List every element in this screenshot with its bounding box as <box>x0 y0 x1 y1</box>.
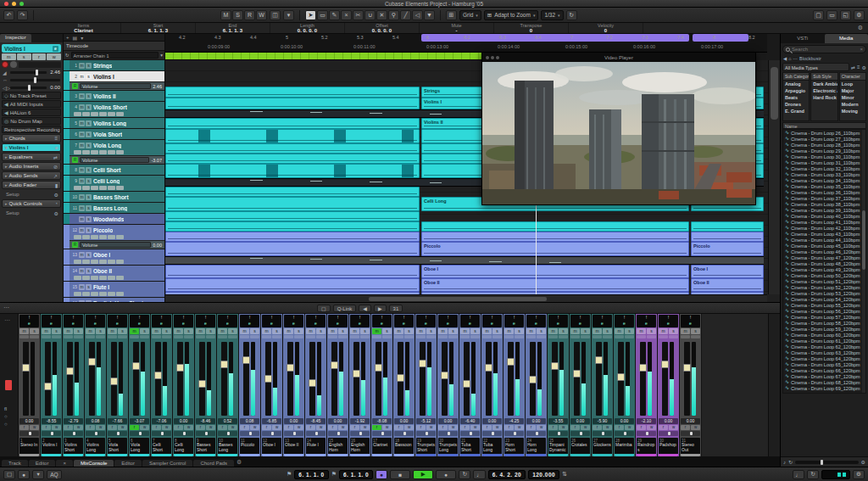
channel-mute-button[interactable]: m <box>637 328 646 334</box>
transport-setup-gear-icon[interactable]: ⚙ <box>853 470 865 479</box>
info-value[interactable]: 6. 1. 1. 3 <box>196 28 270 33</box>
track-filter-caret-icon[interactable]: ▾ <box>81 35 83 41</box>
channel-inserts-row[interactable] <box>570 335 590 338</box>
edit-channel-icon[interactable]: e <box>438 321 458 327</box>
fader-handle[interactable] <box>441 372 448 379</box>
section-tail-icon[interactable]: ⊘ <box>53 164 58 170</box>
edit-channel-icon[interactable]: e <box>174 321 193 327</box>
channel-mute-button[interactable]: m <box>86 328 95 334</box>
channel-alert[interactable]: !e <box>593 315 612 327</box>
pan-control[interactable] <box>350 431 370 436</box>
edit-channel-icon[interactable]: e <box>482 321 502 327</box>
channel-alert[interactable]: !e <box>548 315 568 327</box>
midi-part[interactable] <box>165 143 420 154</box>
sync-icon[interactable]: ↻ <box>807 470 819 479</box>
pan-control[interactable] <box>328 431 348 436</box>
pan-slider[interactable] <box>10 79 60 81</box>
pan-control[interactable] <box>504 431 524 436</box>
channel-solo-button[interactable]: s <box>30 328 39 334</box>
filter-item[interactable]: Loop <box>840 81 865 87</box>
fader-track[interactable] <box>309 342 315 416</box>
midi-part[interactable] <box>165 154 420 164</box>
channel-level-value[interactable]: 0.00 <box>394 418 414 424</box>
write-automation-button[interactable]: w <box>140 425 149 430</box>
mixer-channel[interactable]: !e m s 0.00 r w <box>327 314 349 457</box>
track-main[interactable]: 5 ms Violins Long <box>64 118 164 128</box>
channel-level-value[interactable]: 0.00 <box>570 418 590 424</box>
media-item[interactable]: ∿ Cinema - Drum Loop 34_110bpm <box>783 177 865 183</box>
song-position[interactable]: 6. 4. 2. 20 <box>488 470 526 479</box>
edit-channel-icon[interactable]: e <box>306 321 326 327</box>
mixer-channel[interactable]: !e m s -8.55 r w <box>41 314 63 457</box>
write-automation-button[interactable]: w <box>625 425 634 430</box>
video-player-window[interactable]: Video Player <box>481 52 756 205</box>
mixer-channel[interactable]: !e m s 0.08 r w <box>85 314 107 457</box>
channel-label[interactable]: 19 Trumpets Short <box>416 438 436 456</box>
routing-slot[interactable]: ◀ All MIDI Inputs <box>2 100 61 108</box>
edit-channel-icon[interactable]: e <box>416 321 436 327</box>
channel-level-value[interactable]: -2.79 <box>64 418 83 424</box>
channel-mute-button[interactable]: m <box>504 328 514 334</box>
mixer-channel[interactable]: !e m s 0.00 r w <box>658 314 680 457</box>
section-tail-icon[interactable]: e <box>55 145 58 150</box>
channel-inserts-row[interactable] <box>284 335 303 338</box>
channel-alert[interactable]: !e <box>196 315 215 327</box>
channel-label[interactable]: 20 Trumpets Long <box>438 438 458 456</box>
track-main[interactable]: 7 ms Viola Long <box>64 140 164 150</box>
edit-channel-icon[interactable]: e <box>659 321 678 327</box>
channel-solo-button[interactable]: s <box>52 328 61 334</box>
media-item[interactable]: ∿ Cinema - Drum Loop 68_120bpm <box>783 379 865 385</box>
channel-label[interactable]: 16 English Horn <box>350 438 370 456</box>
mixer-channel[interactable]: !e m s -6.85 r w <box>261 314 283 457</box>
fader-handle[interactable] <box>617 373 625 381</box>
track-mini-buttons[interactable] <box>64 260 164 264</box>
midi-part[interactable] <box>165 265 420 278</box>
timeline-ruler[interactable]: 4.24.34.455.25.35.466.26.36.477.27.37.48… <box>165 34 767 53</box>
channel-alert[interactable]: !e <box>504 315 524 327</box>
mixer-channel[interactable]: !e m s -8.45 r w <box>305 314 327 457</box>
channel-level-value[interactable]: 0.00 <box>328 418 348 424</box>
rack-handle-icon[interactable]: ⋯ <box>4 317 10 324</box>
filter-header[interactable]: Sub Style <box>811 73 837 81</box>
automation-lane[interactable]: R Volume 0.00 <box>64 240 164 249</box>
read-automation-button[interactable]: r <box>218 425 227 430</box>
track-main[interactable]: 6 ms Viola Short <box>64 129 164 139</box>
mixer-channel[interactable]: !e m s 0.00 r w <box>173 314 195 457</box>
solo-button[interactable]: s <box>86 104 92 110</box>
info-value[interactable]: Clarinet <box>47 28 120 33</box>
channel-label[interactable]: 5 Viola Short <box>108 438 127 456</box>
fader-track[interactable] <box>596 342 602 416</box>
channel-level-value[interactable]: -8.46 <box>196 418 215 424</box>
fader-handle[interactable] <box>353 370 360 378</box>
read-automation-button[interactable]: r <box>64 425 73 430</box>
channel-inserts-row[interactable] <box>240 335 259 338</box>
channel-label[interactable]: 9 Basses Short <box>196 438 215 456</box>
channel-alert[interactable]: !e <box>174 315 193 327</box>
write-automation-button[interactable]: w <box>448 425 458 430</box>
mute-button[interactable]: m <box>79 194 85 200</box>
filter-item[interactable]: Dark Ambient <box>811 81 837 87</box>
info-column[interactable]: Offset 0. 0. 0. 0 <box>345 23 420 33</box>
info-column[interactable]: Mute - <box>420 23 494 33</box>
media-item[interactable]: ∿ Cinema - Drum Loop 29_110bpm <box>783 148 865 154</box>
lane-read-button[interactable]: R <box>72 157 78 163</box>
automation-mini-button[interactable]: r <box>32 53 47 60</box>
channel-alert[interactable]: !e <box>108 315 127 327</box>
fader-track[interactable] <box>67 342 73 416</box>
track-row[interactable]: 6 ms Viola Short R <box>64 129 164 140</box>
channel-solo-button[interactable]: s <box>74 328 83 334</box>
pan-control[interactable] <box>240 431 259 436</box>
midi-part[interactable]: Oboe II <box>421 278 689 292</box>
qlink-button[interactable]: Q-Link <box>333 305 357 312</box>
midi-part[interactable] <box>165 187 420 197</box>
channel-level-value[interactable]: -5.12 <box>416 418 436 424</box>
redo-icon[interactable]: ↷ <box>17 10 28 20</box>
info-column[interactable]: End 6. 1. 1. 3 <box>196 23 270 33</box>
automation-button[interactable]: S <box>232 10 243 20</box>
filter-header[interactable]: Sub Categor <box>783 73 809 81</box>
write-automation-button[interactable]: w <box>294 425 303 430</box>
fader-handle[interactable] <box>375 364 382 372</box>
arranger-chain-select[interactable]: Arranger Chain 1 <box>71 52 159 59</box>
undo-icon[interactable]: ↶ <box>3 10 14 20</box>
read-automation-button[interactable]: r <box>19 425 29 430</box>
